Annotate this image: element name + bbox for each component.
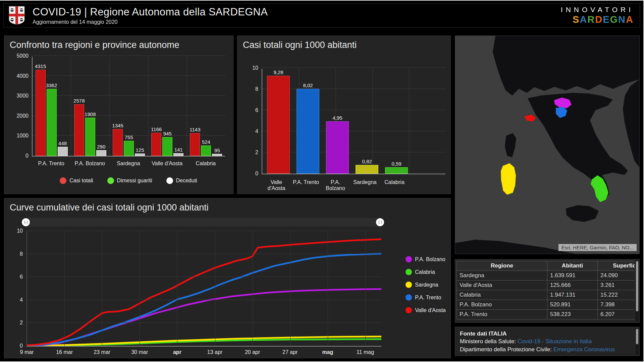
gridline xyxy=(253,231,253,346)
table-scrollbar[interactable] xyxy=(636,260,639,321)
table-header-cell: Abitanti xyxy=(547,261,598,271)
table-cell: 520.891 xyxy=(547,300,598,310)
link-situazione-italia[interactable]: Covid-19 - Situazione in Italia xyxy=(518,338,592,345)
x-axis-label: Calabria xyxy=(380,179,409,191)
legend-label: P.A. Trento xyxy=(415,295,441,301)
bar-deceduti[interactable]: 448 xyxy=(58,147,68,156)
legend-item-deceduti[interactable]: Deceduti xyxy=(166,177,197,184)
gridline xyxy=(102,231,102,346)
table-cell: P.A. Bolzano xyxy=(457,300,547,310)
bar-casi-totali[interactable]: 1166 xyxy=(151,133,161,156)
gridline xyxy=(27,231,381,231)
casi-1000-title: Casi totali ogni 1000 abitanti xyxy=(237,36,450,50)
legend-item-dimessi-guariti[interactable]: Dimessi guariti xyxy=(107,177,152,184)
bar-dimessi-guariti[interactable]: 524 xyxy=(201,145,211,156)
panel-curve: Curve cumulative dei casi totali ogni 10… xyxy=(4,198,451,358)
bar-casi-totali[interactable]: 1143 xyxy=(190,133,200,156)
bar-casi-totali[interactable]: 4315 xyxy=(36,70,46,156)
table-cell: Sardegna xyxy=(457,271,547,281)
y-tick-label: 0 xyxy=(255,171,258,177)
panel-map[interactable]: Esri, HERE, Garmin, FAO, NO... xyxy=(455,36,640,254)
bar-deceduti[interactable]: 125 xyxy=(135,154,145,156)
bar-valle-d-aosta[interactable]: 9,28 xyxy=(267,76,290,174)
brand-letter: A xyxy=(580,14,587,25)
bar-dimessi-guariti[interactable]: 945 xyxy=(162,137,172,156)
bar-deceduti[interactable]: 141 xyxy=(173,153,183,156)
x-axis-label: Calabria xyxy=(186,161,225,167)
bar-value-label: 524 xyxy=(202,139,210,145)
fonte-scrollbar[interactable] xyxy=(636,328,639,355)
gridline xyxy=(33,55,225,56)
bar-value-label: 448 xyxy=(58,140,67,146)
table-header-row: RegioneAbitantiSuperficie (km²) xyxy=(457,261,635,271)
italy-map[interactable] xyxy=(455,36,639,254)
legend-dot-icon xyxy=(107,177,114,184)
bar-calabria[interactable]: 0,59 xyxy=(385,167,408,174)
x-tick-label: 11 mag xyxy=(357,349,374,355)
curve-line-valle-d-aosta[interactable] xyxy=(27,239,381,345)
legend-item-calabria[interactable]: Calabria xyxy=(406,269,446,275)
legend-item-valle-d-aosta[interactable]: Valle d'Aosta xyxy=(406,307,446,313)
brand-line2: SARDEGNA xyxy=(561,14,634,25)
curve-lines[interactable] xyxy=(27,231,381,346)
bar-p-a--bolzano[interactable]: 4,95 xyxy=(326,121,349,174)
y-tick-label: 4 xyxy=(255,128,258,134)
table-cell: 1.947.131 xyxy=(547,290,598,300)
bar-value-label: 755 xyxy=(124,134,133,140)
bar-dimessi-guariti[interactable]: 1908 xyxy=(85,118,95,156)
bar-casi-totali[interactable]: 1345 xyxy=(113,129,123,156)
y-tick-label: 2 xyxy=(255,149,258,156)
legend-dot-icon xyxy=(406,307,412,313)
panel-region-table: RegioneAbitantiSuperficie (km²) Sardegna… xyxy=(455,259,640,323)
gridline xyxy=(290,231,290,346)
slider-handle-right[interactable] xyxy=(376,218,384,226)
bar-dimessi-guariti[interactable]: 755 xyxy=(124,141,134,156)
time-range-slider[interactable] xyxy=(22,218,384,227)
table-cell: Calabria xyxy=(457,290,547,300)
bar-group: 1166945141 xyxy=(149,57,187,156)
table-row: P.A. Bolzano520.8917.398 xyxy=(457,300,635,310)
legend-dot-icon xyxy=(60,177,66,184)
legend-dot-icon xyxy=(166,177,173,184)
bar-sardegna[interactable]: 0,82 xyxy=(356,165,378,174)
panel-fonte-dati: Fonte dati ITALIA Ministero della Salute… xyxy=(455,327,640,356)
bar-value-label: 945 xyxy=(163,131,172,136)
x-axis-label: Valle d'Aosta xyxy=(262,179,291,191)
bar-group: 114352495 xyxy=(187,57,225,156)
bar-value-label: 125 xyxy=(136,147,144,153)
table-scrollbar-thumb[interactable] xyxy=(636,261,638,311)
bar-groups: 4315336244825781908290134575512511669451… xyxy=(33,57,225,156)
bar-dimessi-guariti[interactable]: 3362 xyxy=(47,89,57,156)
brand-letter: A xyxy=(626,14,634,25)
gridline xyxy=(27,322,381,323)
panel-confronto: Confronto tra regioni e province autonom… xyxy=(4,36,233,194)
link-emergenza-coronavirus[interactable]: Emergenza Coronavirus xyxy=(553,346,615,353)
table-header-cell: Superficie (km²) xyxy=(598,261,635,271)
gridline xyxy=(27,300,381,300)
bar-value-label: 0,82 xyxy=(362,159,372,164)
table-cell: 7.398 xyxy=(598,300,635,310)
brand-letter: S xyxy=(573,14,580,25)
legend-item-p-a--trento[interactable]: P.A. Trento xyxy=(406,294,446,301)
slider-handle-left[interactable] xyxy=(22,218,30,226)
x-axis-label: Valle d'Aosta xyxy=(148,161,186,167)
y-tick-label: 8 xyxy=(20,251,23,257)
update-date: Aggiornamento del 14 maggio 2020 xyxy=(33,19,268,25)
table-cell: 1.639.591 xyxy=(547,271,598,281)
x-tick-label: 16 mar xyxy=(56,349,73,355)
legend-item-sardegna[interactable]: Sardegna xyxy=(406,282,446,288)
legend-label: Casi totali xyxy=(69,178,93,184)
fonte-scrollbar-thumb[interactable] xyxy=(636,329,638,344)
bar-deceduti[interactable]: 290 xyxy=(96,150,106,156)
map-land-north xyxy=(493,36,639,96)
legend-item-casi-totali[interactable]: Casi totali xyxy=(60,177,93,184)
bar-value-label: 95 xyxy=(214,147,220,153)
y-tick-label: 1000 xyxy=(16,133,29,139)
bar-casi-totali[interactable]: 2578 xyxy=(74,104,84,156)
legend-item-p-a--bolzano[interactable]: P.A. Bolzano xyxy=(406,256,446,262)
bar-deceduti[interactable]: 95 xyxy=(212,154,222,156)
bar-p-a--trento[interactable]: 8,02 xyxy=(297,89,319,174)
table-row: Valle d'Aosta125.6663.261 xyxy=(457,281,635,290)
x-axis-label: Sardegna xyxy=(109,161,148,167)
slider-grip-icon xyxy=(24,221,28,224)
